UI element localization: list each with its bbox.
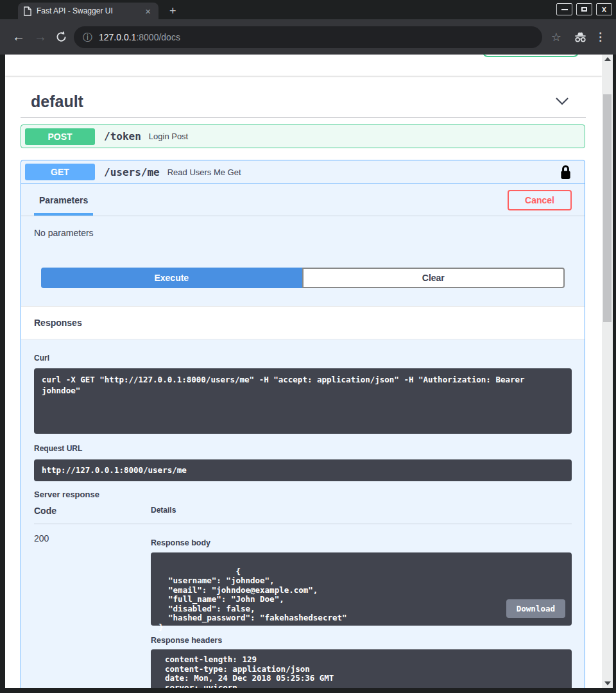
endpoint-path: /users/me	[104, 166, 160, 178]
page-favicon-icon	[23, 6, 31, 16]
url-bar[interactable]: ⓘ 127.0.0.1 :8000/docs	[74, 26, 542, 48]
response-body-json: { "username": "johndoe", "email": "johnd…	[158, 567, 347, 632]
minimize-icon	[561, 9, 568, 10]
close-icon: X	[602, 6, 606, 13]
forward-icon: →	[31, 19, 50, 55]
request-url-value: http://127.0.0.1:8000/users/me	[34, 459, 572, 481]
operation-tabbar: Parameters Cancel	[21, 184, 585, 216]
endpoint-post-token[interactable]: POST /token Login Post	[21, 124, 585, 148]
endpoint-description: Read Users Me Get	[167, 167, 241, 177]
page-scrollbar[interactable]	[602, 55, 613, 688]
status-code: 200	[34, 533, 151, 688]
no-parameters-text: No parameters	[21, 216, 585, 256]
response-row-200: 200 Response body { "username": "johndoe…	[34, 533, 572, 688]
server-response-label: Server response	[34, 490, 572, 499]
swagger-page: default POST /token Login Post GET /user…	[5, 55, 602, 688]
section-title: default	[31, 92, 83, 111]
lock-icon[interactable]	[560, 164, 572, 180]
response-table-header: Code Details	[34, 506, 572, 524]
curl-label: Curl	[34, 354, 572, 363]
browser-window: Fast API - Swagger UI × + X ← → ⓘ 127.0.…	[0, 0, 616, 693]
cancel-button[interactable]: Cancel	[508, 190, 572, 210]
request-url-label: Request URL	[34, 444, 572, 453]
scroll-down-arrow-icon[interactable]	[604, 681, 611, 685]
page-content: default POST /token Login Post GET /user…	[5, 55, 613, 688]
execute-button[interactable]: Execute	[41, 268, 302, 288]
method-badge-post: POST	[25, 128, 95, 145]
execute-wrapper: Execute Clear	[21, 256, 585, 288]
window-minimize-button[interactable]	[556, 3, 572, 15]
response-body-label: Response body	[151, 538, 572, 547]
curl-command[interactable]: curl -X GET "http://127.0.0.1:8000/users…	[34, 368, 572, 434]
reload-icon[interactable]	[51, 19, 71, 55]
chevron-down-icon[interactable]	[555, 96, 569, 108]
details-column-header: Details	[151, 506, 176, 516]
code-column-header: Code	[34, 506, 151, 516]
browser-menu-icon[interactable]: ⋮	[595, 19, 606, 55]
window-maximize-button[interactable]	[576, 3, 592, 15]
browser-titlebar: Fast API - Swagger UI × + X	[0, 0, 616, 19]
endpoint-get-users-me: GET /users/me Read Users Me Get Paramete…	[21, 160, 585, 688]
browser-toolbar: ← → ⓘ 127.0.0.1 :8000/docs ☆ ⋮	[0, 19, 616, 55]
endpoint-description: Login Post	[149, 132, 188, 141]
url-path: :8000/docs	[136, 32, 180, 42]
endpoint-summary[interactable]: GET /users/me Read Users Me Get	[21, 160, 585, 184]
clear-button[interactable]: Clear	[302, 268, 565, 288]
response-body-block: { "username": "johndoe", "email": "johnd…	[151, 552, 572, 626]
download-button[interactable]: Download	[506, 599, 565, 618]
tab-parameters[interactable]: Parameters	[34, 195, 93, 216]
tab-close-icon[interactable]: ×	[142, 6, 153, 16]
scheme-container	[5, 55, 602, 76]
scroll-up-arrow-icon[interactable]	[604, 57, 611, 61]
browser-tab[interactable]: Fast API - Swagger UI ×	[18, 3, 158, 19]
bookmark-star-icon[interactable]: ☆	[551, 19, 561, 55]
new-tab-button[interactable]: +	[169, 3, 176, 19]
back-icon[interactable]: ←	[9, 19, 28, 55]
authorize-button[interactable]	[483, 55, 579, 57]
scrollbar-thumb[interactable]	[603, 94, 612, 322]
url-host: 127.0.0.1	[99, 32, 136, 42]
method-badge-get: GET	[25, 164, 95, 180]
maximize-icon	[581, 7, 587, 12]
site-info-icon[interactable]: ⓘ	[83, 31, 92, 44]
incognito-icon	[573, 19, 588, 55]
responses-title: Responses	[34, 318, 82, 328]
responses-body: Curl curl -X GET "http://127.0.0.1:8000/…	[21, 339, 585, 688]
tab-title: Fast API - Swagger UI	[37, 6, 142, 15]
responses-header: Responses	[21, 306, 585, 339]
window-controls: X	[556, 3, 612, 15]
response-details: Response body { "username": "johndoe", "…	[151, 533, 572, 688]
window-close-button[interactable]: X	[596, 3, 612, 15]
tag-section-default[interactable]: default	[21, 92, 586, 118]
response-headers-block: content-length: 129 content-type: applic…	[151, 649, 572, 688]
endpoint-path: /token	[104, 130, 141, 142]
